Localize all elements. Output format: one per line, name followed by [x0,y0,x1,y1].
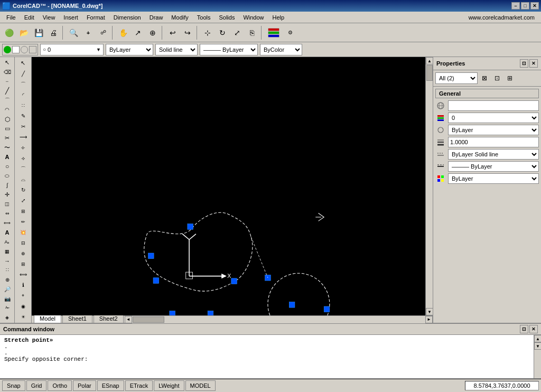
menu-edit[interactable]: Edit [20,13,39,22]
command-scrollbar[interactable]: ▲ ▼ [534,335,541,378]
command-content-area[interactable]: Stretch point» . . Specify opposite corn… [0,335,534,378]
scale-button[interactable]: ⤢ [230,26,244,40]
tool-move[interactable]: ✛ [2,190,13,199]
tool2-ucs[interactable]: ⌖ [17,291,29,301]
tool2-trim2[interactable]: ✂ [17,122,29,132]
tool-mtext[interactable]: A [2,228,13,237]
tool-node[interactable]: ⊕ [2,275,13,284]
tool-text2[interactable]: Aₐ [2,237,13,246]
tool2-light[interactable]: ☀ [17,312,29,322]
properties-icon-button[interactable]: ⚙ [283,26,297,40]
layer-dropdown-arrow[interactable]: ▼ [96,47,101,52]
tool2-select[interactable]: ↖ [17,58,29,68]
command-float-button[interactable]: ⊡ [520,325,528,333]
tool-dashed[interactable]: ┄ [2,77,13,86]
tool2-rotate2[interactable]: ↻ [17,185,29,195]
rotate-button[interactable]: ↻ [216,26,229,40]
tool-camera[interactable]: 📷 [2,294,13,303]
properties-close-button[interactable]: ✕ [529,59,538,68]
tool2-chamfer[interactable]: ⌓ [17,174,29,184]
layers-button[interactable] [265,26,282,40]
etrack-button[interactable]: ETrack [125,380,153,391]
tool-shade[interactable]: ◈ [2,313,13,322]
hscroll-left-arrow[interactable]: ◄ [125,316,132,323]
tool-polyline[interactable]: ⌒ [2,96,13,105]
prop-linetype-select[interactable]: ByLayer [448,125,539,135]
tool2-render[interactable]: ◉ [17,301,29,311]
tool-offset[interactable]: ◫ [2,200,13,209]
layer-input-group[interactable]: ○ ▼ [40,44,104,55]
restore-button[interactable]: □ [521,2,529,10]
tool-ellipse[interactable]: ⬭ [2,171,13,180]
close-button[interactable]: ✕ [530,2,539,10]
tool2-edit[interactable]: ✎ [17,111,29,121]
scroll-thumb[interactable] [426,65,433,81]
tool2-info[interactable]: ℹ [17,280,29,290]
minimize-button[interactable]: – [511,2,520,10]
pan-button[interactable]: ✋ [116,26,130,40]
tool-arc[interactable]: ◠ [2,105,13,114]
hscroll-right-arrow[interactable]: ► [425,316,433,323]
tool2-scale2[interactable]: ⤢ [17,195,29,206]
tool-rect[interactable]: ▭ [2,124,13,133]
properties-filter-select[interactable]: All (2) [435,72,478,84]
linestyle-select[interactable]: Solid line [155,44,198,55]
lweight-button[interactable]: LWeight [154,380,184,391]
tool2-insert[interactable]: ⊕ [17,248,29,258]
hscroll-track[interactable] [132,316,425,323]
tool-circle[interactable]: ○ [2,162,13,171]
properties-select-all-button[interactable]: ⊠ [479,72,490,84]
model-button[interactable]: MODEL [185,380,216,391]
lineweight-select[interactable]: ——— ByLayer [200,44,258,55]
scroll-track[interactable] [426,64,433,308]
prop-linestyle-select[interactable]: ByLayer Solid line [448,149,539,160]
tool-dimension[interactable]: ⟺ [2,219,13,228]
zoom-in-button[interactable]: + [81,26,95,40]
cmd-scroll-up[interactable]: ▲ [534,335,541,342]
prop-lineweight-input[interactable] [448,137,539,147]
menu-modify[interactable]: Modify [167,13,192,22]
tool-snap-pts[interactable]: ∷ [2,266,13,275]
properties-select-button[interactable]: ⊡ [491,72,503,84]
tool-spline[interactable]: ∫ [2,181,13,190]
tool2-join[interactable]: ⟢ [17,153,29,163]
command-close-button[interactable]: ✕ [529,325,538,333]
copy-button[interactable]: ⎘ [245,26,259,40]
open-button[interactable]: 📂 [17,26,31,40]
tool2-extend[interactable]: ⟶ [17,132,29,142]
save-button[interactable]: 💾 [32,26,45,40]
tool-mirror[interactable]: ⇔ [2,209,13,218]
tool2-curve[interactable]: ⌒ [17,79,29,89]
menu-tools[interactable]: Tools [193,13,215,22]
menu-window[interactable]: Window [239,13,268,22]
tool-hex[interactable]: ⬡ [2,115,13,124]
tool-zoom-w[interactable]: 🔎 [2,285,13,294]
grid-button[interactable]: Grid [26,380,47,391]
canvas-vertical-scrollbar[interactable]: ▲ ▼ [425,57,433,315]
snap-button[interactable]: Snap [2,380,25,391]
tool-line[interactable]: ╱ [2,87,13,96]
prop-linecolor-select[interactable]: ——— ByLayer [448,161,539,172]
tool2-array[interactable]: ⊞ [17,206,29,216]
menu-help[interactable]: Help [268,13,289,22]
print-button[interactable]: 🖨 [46,26,60,40]
menu-dimension[interactable]: Dimension [109,13,145,22]
tool2-pedit[interactable]: ✏ [17,217,29,227]
tool-hatch[interactable]: ▦ [2,247,13,256]
prop-color-select[interactable]: ByLayer [448,173,539,184]
zoom-out-button[interactable]: ☍ [96,26,110,40]
arrow-button[interactable]: ↗ [131,26,145,40]
menu-view[interactable]: View [39,13,60,22]
tool-arrow-right[interactable]: → [2,256,13,265]
layer-input[interactable] [48,46,90,53]
zoom-glass-button[interactable]: 🔍 [67,26,80,40]
tool2-xref[interactable]: ⊞ [17,259,29,269]
tool-trim[interactable]: ✂ [2,134,13,143]
select2-button[interactable]: ⊕ [146,26,160,40]
new-button[interactable]: 🟢 [2,26,16,40]
tool2-fillet[interactable]: ⌒ [17,164,29,174]
cmd-scroll-down[interactable]: ▼ [534,342,541,350]
properties-filter-button[interactable]: ⊞ [504,72,516,84]
menu-solids[interactable]: Solids [214,13,239,22]
undo-button[interactable]: ↩ [166,26,180,40]
